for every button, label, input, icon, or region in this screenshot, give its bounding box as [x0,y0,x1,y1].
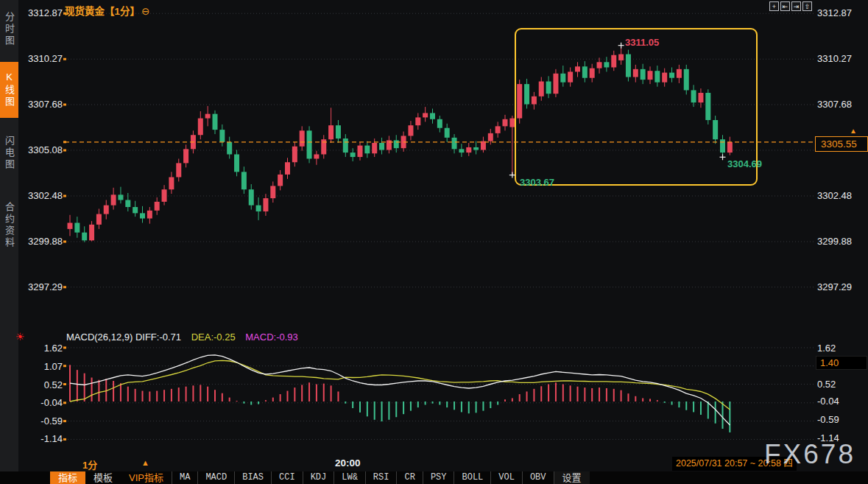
trading-app: 分时图 K线图 闪电图 合约资料 现货黄金【1分】⊖ + ⇤ ⇥ ⇧ 3312.… [0,0,868,484]
tab-bias[interactable]: BIAS [234,471,271,484]
export-view-icon[interactable]: ⇧ [802,1,812,11]
macd-tick: 1.07 [21,362,63,372]
price-tick: 3310.27 [21,54,63,64]
symbol-name: 现货黄金 [65,6,105,17]
price-tick: 3310.27 [817,54,866,64]
tab-indicator[interactable]: 指标 [50,471,85,484]
tab-ma[interactable]: MA [172,471,197,484]
tab-rsi[interactable]: RSI [365,471,397,484]
macd-tick: 0.52 [21,380,63,390]
macd-tick: 1.62 [21,343,63,354]
annotation-low: 3303.67 [520,177,554,188]
macd-tick: 1.62 [817,343,866,354]
macd-tick: -0.04 [817,396,866,407]
price-tick: 3307.68 [21,99,63,110]
gridlines-layer [65,13,814,439]
tab-settings[interactable]: 设置 [554,471,590,484]
macd-tick: -0.59 [21,416,63,427]
macd-tick: 0.52 [817,379,866,390]
macd-tick: -1.14 [21,434,63,444]
tab-template[interactable]: 模板 [85,471,121,484]
price-tick: 3297.29 [817,282,866,292]
annotation-high: 3311.05 [625,37,659,48]
chart-title: 现货黄金【1分】⊖ [65,3,149,18]
macd-tick: -0.04 [21,398,63,408]
axis-ticks-layer [63,13,66,441]
tab-vol[interactable]: VOL [490,471,522,484]
time-axis-label: 20:00 [335,457,361,469]
collapse-icon[interactable]: ⊖ [141,6,149,17]
live-indicator-icon: ☀ [15,331,25,343]
annotation-recent-low: 3304.69 [727,158,762,169]
markers-layer [509,43,726,178]
macd-params-diff: MACD(26,12,9) DIFF:-0.71 [66,332,181,343]
tab-macd[interactable]: MACD [197,471,234,484]
price-tick: 3299.88 [817,236,866,247]
macd-value-badge: 1.40 [816,356,867,370]
macd-bar-value: MACD:-0.93 [245,332,298,343]
price-line [63,141,814,143]
price-tick: 3302.48 [817,191,866,201]
period-arrow-icon[interactable]: ▲ [141,458,149,467]
macd-dea-value: DEA:-0.25 [191,332,236,343]
scale-right-icon[interactable]: ⇥ [791,1,801,11]
view-buttons: + ⇤ ⇥ ⇧ [769,1,812,11]
scale-left-icon[interactable]: ⇤ [780,1,790,11]
tab-lw[interactable]: LW& [334,471,365,484]
tab-cci[interactable]: CCI [271,471,303,484]
macd-tick: -0.59 [817,415,866,425]
price-tick: 3312.87 [817,8,866,18]
price-tick: 3302.48 [21,191,63,201]
tab-cr[interactable]: CR [396,471,422,484]
chart-canvas[interactable] [0,0,868,484]
price-alert-icon[interactable]: ▲ [850,127,857,135]
period-tag: 【1分】 [105,6,140,17]
tab-vip[interactable]: VIP指标 [121,471,172,484]
candles-layer [68,46,733,242]
last-price-tag: 3305.55 [815,136,868,152]
tab-boll[interactable]: BOLL [454,471,490,484]
period-selector[interactable]: 1分 [82,457,97,471]
price-tick: 3307.68 [817,99,866,110]
crosshair-icon[interactable]: + [769,1,779,11]
price-tick: 3305.08 [21,145,63,155]
price-tick: 3312.87 [21,8,63,18]
price-tick: 3297.29 [21,282,63,292]
tab-psy[interactable]: PSY [423,471,454,484]
indicator-toolbar: 指标 模板 VIP指标 MA MACD BIAS CCI KDJ LW& RSI… [0,471,868,484]
time-range-tooltip: 2025/07/31 20:57 ~ 20:58 四 [672,457,797,471]
macd-header: MACD(26,12,9) DIFF:-0.71 DEA:-0.25 MACD:… [66,332,298,343]
highlight-box [515,29,757,185]
macd-tick: -1.14 [817,433,866,443]
tab-kdj[interactable]: KDJ [303,471,334,484]
price-tick: 3299.88 [21,236,63,247]
tab-obv[interactable]: OBV [522,471,554,484]
